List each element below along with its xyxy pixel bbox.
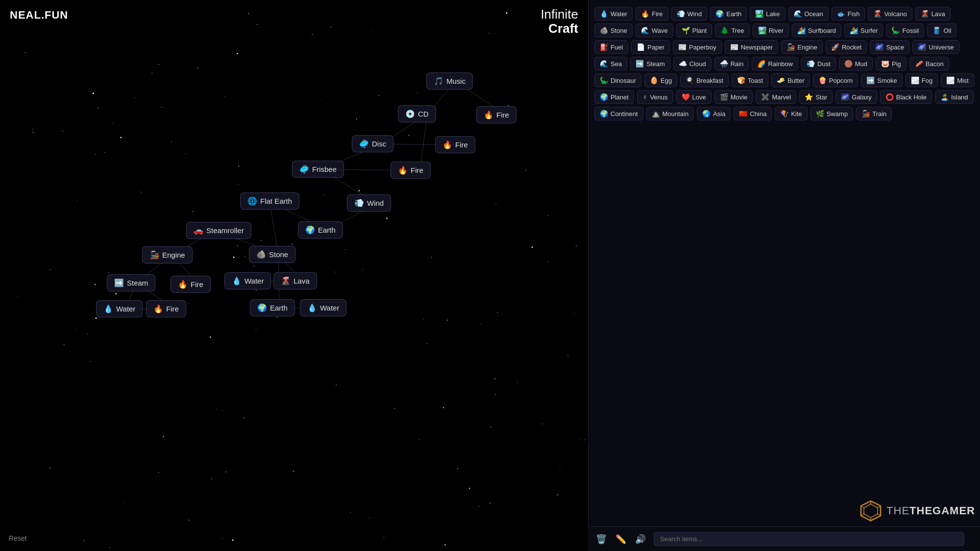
item-chip-cloud[interactable]: ☁️Cloud [673,57,711,71]
node-frisbee[interactable]: 🥏Frisbee [292,161,344,178]
chip-emoji: 🟤 [844,60,853,68]
item-chip-water[interactable]: 💧Water [594,7,633,21]
node-steamroller[interactable]: 🚗Steamroller [186,222,251,239]
item-chip-train[interactable]: 🚂Train [856,107,892,120]
item-chip-rocket[interactable]: 🚀Rocket [826,40,867,54]
trash-icon[interactable]: 🗑️ [596,534,607,545]
chip-label: Fish [848,10,860,18]
item-chip-toast[interactable]: 🍞Toast [732,73,768,87]
item-chip-galaxy[interactable]: 🌌Galaxy [835,90,877,104]
item-chip-fire[interactable]: 🔥Fire [636,7,668,21]
chip-label: Black Hole [896,94,927,101]
item-chip-rain[interactable]: 🌧️Rain [714,57,749,71]
node-music[interactable]: 🎵Music [426,72,473,90]
item-chip-pig[interactable]: 🐷Pig [876,57,906,71]
item-chip-smoke[interactable]: ➡️Smoke [861,73,902,87]
item-chip-breakfast[interactable]: 🍳Breakfast [680,73,729,87]
item-chip-movie[interactable]: 🎬Movie [714,90,753,104]
item-chip-fossil[interactable]: 🦕Fossil [886,24,924,37]
node-water1[interactable]: 💧Water [224,272,271,289]
node-disc[interactable]: 🥏Disc [352,135,393,152]
item-chip-mountain[interactable]: ⛰️Mountain [646,107,694,120]
svg-point-57 [350,512,351,513]
item-chip-star[interactable]: ⭐Star [799,90,833,104]
item-chip-surfboard[interactable]: 🏄Surfboard [792,24,841,37]
item-chip-fish[interactable]: 🐟Fish [832,7,865,21]
item-chip-paper[interactable]: 📄Paper [631,40,670,54]
item-chip-butter[interactable]: 🧈Butter [771,73,810,87]
item-chip-island[interactable]: 🏝️Island [935,90,974,104]
item-chip-lava[interactable]: 🌋Lava [915,7,951,21]
item-chip-newspaper[interactable]: 📰Newspaper [725,40,779,54]
item-chip-space[interactable]: 🌌Space [870,40,909,54]
item-chip-swamp[interactable]: 🌿Swamp [810,107,853,120]
node-fire4[interactable]: 🔥Fire [171,276,211,293]
canvas-area[interactable]: 🎵Music💿CD🔥Fire🥏Disc🔥Fire🥏Frisbee🔥Fire🌐Fl… [0,0,588,551]
item-chip-asia[interactable]: 🌏Asia [697,107,731,120]
item-chip-black-hole[interactable]: ⭕Black Hole [880,90,932,104]
reset-button[interactable]: Reset [9,534,27,542]
item-chip-rainbow[interactable]: 🌈Rainbow [752,57,798,71]
svg-point-102 [417,93,418,94]
item-chip-egg[interactable]: 🥚Egg [644,73,677,87]
node-flatearth[interactable]: 🌐Flat Earth [240,192,299,210]
node-steam[interactable]: ➡️Steam [107,274,155,291]
node-water2[interactable]: 💧Water [96,300,143,317]
item-chip-universe[interactable]: 🌌Universe [912,40,959,54]
node-water3[interactable]: 💧Water [300,299,346,316]
item-chip-dinosaur[interactable]: 🦕Dinosaur [594,73,641,87]
item-chip-marvel[interactable]: ✖️Marvel [756,90,796,104]
item-chip-love[interactable]: ❤️Love [676,90,711,104]
item-chip-paperboy[interactable]: 📰Paperboy [673,40,722,54]
item-chip-mist[interactable]: 🌫️Mist [941,73,974,87]
item-chip-plant[interactable]: 🌱Plant [676,24,712,37]
item-chip-mud[interactable]: 🟤Mud [839,57,873,71]
chip-emoji: 🏞️ [755,10,763,18]
items-panel[interactable]: 💧Water🔥Fire💨Wind🌍Earth🏞️Lake🌊Ocean🐟Fish🌋… [588,0,980,551]
item-chip-fuel[interactable]: ⛽Fuel [594,40,628,54]
chip-emoji: 📰 [678,43,686,51]
item-chip-venus[interactable]: ♀️Venus [637,90,673,104]
item-chip-kite[interactable]: 🪁Kite [775,107,807,120]
node-engine1[interactable]: 🚂Engine [142,246,193,264]
svg-point-94 [120,137,122,138]
item-chip-engine[interactable]: 🚂Engine [781,40,822,54]
item-chip-dust[interactable]: 💨Dust [801,57,836,71]
svg-point-101 [574,313,575,314]
item-chip-continent[interactable]: 🌍Continent [594,107,643,120]
chip-emoji: 🌊 [600,60,608,68]
item-chip-earth[interactable]: 🌍Earth [710,7,747,21]
item-chip-planet[interactable]: 🌍Planet [594,90,634,104]
node-fire2[interactable]: 🔥Fire [435,136,475,153]
item-chip-surfer[interactable]: 🏄Surfer [844,24,883,37]
node-cd[interactable]: 💿CD [398,105,436,122]
node-fire1[interactable]: 🔥Fire [476,106,516,123]
item-chip-lake[interactable]: 🏞️Lake [750,7,785,21]
item-chip-fog[interactable]: 🌫️Fog [906,73,938,87]
item-chip-china[interactable]: 🇨🇳China [734,107,772,120]
item-chip-tree[interactable]: 🌲Tree [715,24,749,37]
item-chip-stone[interactable]: 🪨Stone [594,24,633,37]
pencil-icon[interactable]: ✏️ [615,534,626,545]
node-earth2[interactable]: 🌍Earth [250,299,295,316]
node-fire3[interactable]: 🔥Fire [391,162,431,179]
node-stone[interactable]: 🪨Stone [249,246,295,263]
svg-point-96 [443,407,444,408]
item-chip-sea[interactable]: 🌊Sea [594,57,627,71]
item-chip-wave[interactable]: 🌊Wave [636,24,673,37]
item-chip-steam[interactable]: ➡️Steam [630,57,670,71]
item-chip-river[interactable]: 🏞️River [753,24,789,37]
node-earth1[interactable]: 🌍Earth [298,221,343,239]
node-wind[interactable]: 💨Wind [347,194,391,212]
sound-icon[interactable]: 🔊 [635,534,646,545]
item-chip-wind[interactable]: 💨Wind [671,7,708,21]
node-fire5[interactable]: 🔥Fire [146,300,186,317]
item-chip-oil[interactable]: 🛢️Oil [927,24,956,37]
item-chip-popcorn[interactable]: 🍿Popcorn [813,73,858,87]
search-input[interactable] [654,532,964,546]
item-chip-volcano[interactable]: 🌋Volcano [868,7,912,21]
node-label: Water [116,305,135,313]
node-lava[interactable]: 🌋Lava [273,272,317,289]
item-chip-bacon[interactable]: 🥓Bacon [909,57,949,71]
item-chip-ocean[interactable]: 🌊Ocean [788,7,829,21]
